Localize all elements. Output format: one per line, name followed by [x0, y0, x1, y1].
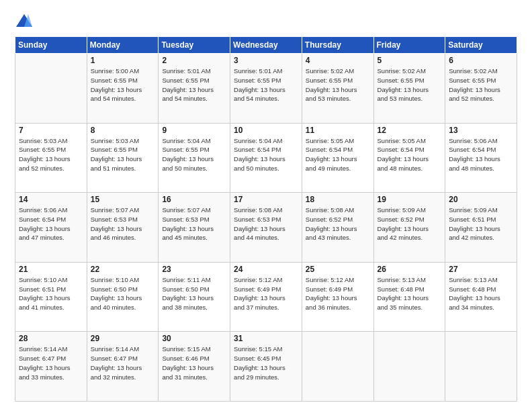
calendar: SundayMondayTuesdayWednesdayThursdayFrid…	[15, 36, 517, 402]
day-cell: 29Sunrise: 5:14 AM Sunset: 6:47 PM Dayli…	[87, 332, 159, 402]
day-cell: 5Sunrise: 5:02 AM Sunset: 6:55 PM Daylig…	[373, 54, 445, 124]
day-cell: 31Sunrise: 5:15 AM Sunset: 6:45 PM Dayli…	[230, 332, 302, 402]
header	[15, 12, 517, 31]
day-cell: 12Sunrise: 5:05 AM Sunset: 6:54 PM Dayli…	[373, 123, 445, 193]
day-cell: 2Sunrise: 5:01 AM Sunset: 6:55 PM Daylig…	[159, 54, 230, 124]
day-detail: Sunrise: 5:01 AM Sunset: 6:55 PM Dayligh…	[162, 66, 226, 103]
day-cell: 3Sunrise: 5:01 AM Sunset: 6:55 PM Daylig…	[230, 54, 302, 124]
day-cell: 14Sunrise: 5:06 AM Sunset: 6:54 PM Dayli…	[15, 193, 87, 263]
day-number: 10	[234, 126, 298, 135]
day-cell: 23Sunrise: 5:11 AM Sunset: 6:50 PM Dayli…	[159, 262, 230, 332]
day-number: 31	[234, 334, 298, 343]
day-header-sunday: Sunday	[15, 37, 87, 54]
day-cell: 18Sunrise: 5:08 AM Sunset: 6:52 PM Dayli…	[302, 193, 373, 263]
day-detail: Sunrise: 5:04 AM Sunset: 6:54 PM Dayligh…	[234, 136, 298, 173]
day-cell: 22Sunrise: 5:10 AM Sunset: 6:50 PM Dayli…	[87, 262, 159, 332]
day-number: 30	[162, 334, 226, 343]
day-cell	[15, 54, 87, 124]
day-number: 17	[234, 195, 298, 204]
day-detail: Sunrise: 5:12 AM Sunset: 6:49 PM Dayligh…	[306, 275, 370, 312]
day-cell: 27Sunrise: 5:13 AM Sunset: 6:48 PM Dayli…	[445, 262, 517, 332]
day-cell: 15Sunrise: 5:07 AM Sunset: 6:53 PM Dayli…	[87, 193, 159, 263]
day-cell: 21Sunrise: 5:10 AM Sunset: 6:51 PM Dayli…	[15, 262, 87, 332]
week-row-5: 28Sunrise: 5:14 AM Sunset: 6:47 PM Dayli…	[15, 332, 517, 402]
day-detail: Sunrise: 5:06 AM Sunset: 6:54 PM Dayligh…	[449, 136, 513, 173]
day-cell: 6Sunrise: 5:02 AM Sunset: 6:55 PM Daylig…	[445, 54, 517, 124]
day-detail: Sunrise: 5:05 AM Sunset: 6:54 PM Dayligh…	[306, 136, 370, 173]
week-row-1: 1Sunrise: 5:00 AM Sunset: 6:55 PM Daylig…	[15, 54, 517, 124]
day-number: 7	[19, 126, 83, 135]
day-detail: Sunrise: 5:08 AM Sunset: 6:52 PM Dayligh…	[306, 205, 370, 242]
day-number: 16	[162, 195, 226, 204]
day-detail: Sunrise: 5:04 AM Sunset: 6:55 PM Dayligh…	[162, 136, 226, 173]
day-number: 21	[19, 265, 83, 274]
day-detail: Sunrise: 5:03 AM Sunset: 6:55 PM Dayligh…	[91, 136, 155, 173]
day-number: 18	[306, 195, 370, 204]
day-detail: Sunrise: 5:00 AM Sunset: 6:55 PM Dayligh…	[91, 66, 155, 103]
day-number: 15	[91, 195, 155, 204]
day-detail: Sunrise: 5:10 AM Sunset: 6:50 PM Dayligh…	[91, 275, 155, 312]
day-number: 27	[449, 265, 513, 274]
day-header-monday: Monday	[87, 37, 159, 54]
day-detail: Sunrise: 5:09 AM Sunset: 6:52 PM Dayligh…	[378, 205, 442, 242]
day-cell	[302, 332, 373, 402]
day-number: 22	[91, 265, 155, 274]
day-header-tuesday: Tuesday	[159, 37, 230, 54]
day-cell: 1Sunrise: 5:00 AM Sunset: 6:55 PM Daylig…	[87, 54, 159, 124]
day-cell: 9Sunrise: 5:04 AM Sunset: 6:55 PM Daylig…	[159, 123, 230, 193]
day-cell: 20Sunrise: 5:09 AM Sunset: 6:51 PM Dayli…	[445, 193, 517, 263]
day-number: 23	[162, 265, 226, 274]
day-cell: 26Sunrise: 5:13 AM Sunset: 6:48 PM Dayli…	[373, 262, 445, 332]
day-header-friday: Friday	[373, 37, 445, 54]
day-detail: Sunrise: 5:13 AM Sunset: 6:48 PM Dayligh…	[378, 275, 442, 312]
header-row: SundayMondayTuesdayWednesdayThursdayFrid…	[15, 37, 517, 54]
day-cell: 10Sunrise: 5:04 AM Sunset: 6:54 PM Dayli…	[230, 123, 302, 193]
day-number: 9	[162, 126, 226, 135]
day-number: 26	[378, 265, 442, 274]
day-cell: 17Sunrise: 5:08 AM Sunset: 6:53 PM Dayli…	[230, 193, 302, 263]
day-cell: 19Sunrise: 5:09 AM Sunset: 6:52 PM Dayli…	[373, 193, 445, 263]
day-number: 25	[306, 265, 370, 274]
day-detail: Sunrise: 5:06 AM Sunset: 6:54 PM Dayligh…	[19, 205, 83, 242]
logo	[15, 12, 36, 31]
week-row-4: 21Sunrise: 5:10 AM Sunset: 6:51 PM Dayli…	[15, 262, 517, 332]
day-detail: Sunrise: 5:01 AM Sunset: 6:55 PM Dayligh…	[234, 66, 298, 103]
day-header-wednesday: Wednesday	[230, 37, 302, 54]
day-number: 24	[234, 265, 298, 274]
day-cell: 11Sunrise: 5:05 AM Sunset: 6:54 PM Dayli…	[302, 123, 373, 193]
day-number: 14	[19, 195, 83, 204]
logo-icon	[15, 12, 34, 31]
day-number: 28	[19, 334, 83, 343]
day-number: 19	[378, 195, 442, 204]
day-detail: Sunrise: 5:12 AM Sunset: 6:49 PM Dayligh…	[234, 275, 298, 312]
day-cell: 30Sunrise: 5:15 AM Sunset: 6:46 PM Dayli…	[159, 332, 230, 402]
day-detail: Sunrise: 5:13 AM Sunset: 6:48 PM Dayligh…	[449, 275, 513, 312]
day-detail: Sunrise: 5:15 AM Sunset: 6:45 PM Dayligh…	[234, 345, 298, 381]
day-number: 12	[378, 126, 442, 135]
day-cell: 28Sunrise: 5:14 AM Sunset: 6:47 PM Dayli…	[15, 332, 87, 402]
day-detail: Sunrise: 5:14 AM Sunset: 6:47 PM Dayligh…	[91, 345, 155, 381]
day-detail: Sunrise: 5:11 AM Sunset: 6:50 PM Dayligh…	[162, 275, 226, 312]
day-cell: 7Sunrise: 5:03 AM Sunset: 6:55 PM Daylig…	[15, 123, 87, 193]
day-detail: Sunrise: 5:05 AM Sunset: 6:54 PM Dayligh…	[378, 136, 442, 173]
day-detail: Sunrise: 5:10 AM Sunset: 6:51 PM Dayligh…	[19, 275, 83, 312]
day-detail: Sunrise: 5:08 AM Sunset: 6:53 PM Dayligh…	[234, 205, 298, 242]
day-detail: Sunrise: 5:14 AM Sunset: 6:47 PM Dayligh…	[19, 345, 83, 381]
day-number: 2	[162, 56, 226, 65]
day-detail: Sunrise: 5:02 AM Sunset: 6:55 PM Dayligh…	[449, 66, 513, 103]
day-number: 20	[449, 195, 513, 204]
day-number: 13	[449, 126, 513, 135]
day-detail: Sunrise: 5:02 AM Sunset: 6:55 PM Dayligh…	[378, 66, 442, 103]
day-detail: Sunrise: 5:02 AM Sunset: 6:55 PM Dayligh…	[306, 66, 370, 103]
day-number: 11	[306, 126, 370, 135]
day-number: 3	[234, 56, 298, 65]
day-cell: 25Sunrise: 5:12 AM Sunset: 6:49 PM Dayli…	[302, 262, 373, 332]
day-number: 8	[91, 126, 155, 135]
day-detail: Sunrise: 5:07 AM Sunset: 6:53 PM Dayligh…	[162, 205, 226, 242]
day-detail: Sunrise: 5:09 AM Sunset: 6:51 PM Dayligh…	[449, 205, 513, 242]
day-number: 29	[91, 334, 155, 343]
day-number: 5	[378, 56, 442, 65]
day-cell: 13Sunrise: 5:06 AM Sunset: 6:54 PM Dayli…	[445, 123, 517, 193]
day-cell	[373, 332, 445, 402]
day-detail: Sunrise: 5:15 AM Sunset: 6:46 PM Dayligh…	[162, 345, 226, 381]
